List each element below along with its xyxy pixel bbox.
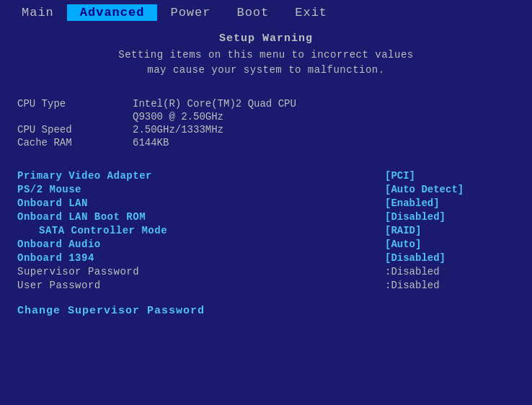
cpu-speed-row: CPU Speed 2.50GHz/1333MHz (17, 124, 515, 135)
cache-ram-row: Cache RAM 6144KB (17, 137, 515, 148)
cpu-speed-value: 2.50GHz/1333MHz (133, 124, 223, 135)
cpu-type-label: CPU Type (17, 98, 133, 110)
setting-value-onboard-1394: [Disabled] (385, 252, 515, 264)
menu-item-power[interactable]: Power (157, 4, 223, 21)
setting-label-onboard-audio: Onboard Audio (17, 239, 385, 250)
menu-item-advanced[interactable]: Advanced (67, 4, 158, 21)
menu-item-boot[interactable]: Boot (223, 4, 282, 21)
setting-row-user-password[interactable]: User Password:Disabled (17, 280, 515, 291)
setting-value-onboard-audio: [Auto] (385, 239, 515, 250)
warning-text: Setting items on this menu to incorrect … (17, 48, 515, 78)
setting-label-onboard-1394: Onboard 1394 (17, 252, 385, 264)
setting-label-primary-video: Primary Video Adapter (17, 170, 385, 182)
setting-row-ps2-mouse[interactable]: PS/2 Mouse[Auto Detect] (17, 184, 515, 195)
setting-label-ps2-mouse: PS/2 Mouse (17, 184, 385, 195)
setting-value-ps2-mouse: [Auto Detect] (385, 184, 515, 195)
setting-label-user-password: User Password (17, 280, 385, 291)
setting-value-supervisor-password: :Disabled (385, 266, 515, 277)
setting-row-sata-controller[interactable]: SATA Controller Mode[RAID] (17, 225, 515, 236)
warning-line2: may cause your system to malfunction. (147, 64, 384, 76)
cpu-type-row2: Q9300 @ 2.50GHz (17, 111, 515, 123)
setting-row-primary-video[interactable]: Primary Video Adapter[PCI] (17, 170, 515, 182)
cache-ram-value: 6144KB (133, 137, 169, 148)
warning-section: Setup Warning Setting items on this menu… (17, 32, 515, 78)
setting-row-onboard-audio[interactable]: Onboard Audio[Auto] (17, 239, 515, 250)
menu-bar: Main Advanced Power Boot Exit (0, 0, 532, 25)
setting-label-onboard-lan-boot: Onboard LAN Boot ROM (17, 211, 385, 223)
setting-value-onboard-lan: [Enabled] (385, 197, 515, 209)
bios-screen: Main Advanced Power Boot Exit Setup Warn… (0, 0, 532, 405)
setting-row-onboard-lan-boot[interactable]: Onboard LAN Boot ROM[Disabled] (17, 211, 515, 223)
warning-line1: Setting items on this menu to incorrect … (118, 49, 413, 61)
setting-value-primary-video: [PCI] (385, 170, 515, 182)
setting-value-user-password: :Disabled (385, 280, 515, 291)
setting-label-supervisor-password: Supervisor Password (17, 266, 385, 277)
setting-label-sata-controller: SATA Controller Mode (17, 225, 385, 236)
cpu-type-value2: Q9300 @ 2.50GHz (133, 111, 223, 123)
setting-value-onboard-lan-boot: [Disabled] (385, 211, 515, 223)
cpu-type-row: CPU Type Intel(R) Core(TM)2 Quad CPU (17, 98, 515, 110)
cpu-type-value: Intel(R) Core(TM)2 Quad CPU (133, 98, 296, 110)
setting-value-sata-controller: [RAID] (385, 225, 515, 236)
cpu-speed-label: CPU Speed (17, 124, 133, 135)
setting-row-onboard-1394[interactable]: Onboard 1394[Disabled] (17, 252, 515, 264)
change-password-section: Change Supervisor Password (17, 304, 515, 317)
cache-ram-label: Cache RAM (17, 137, 133, 148)
change-supervisor-password-button[interactable]: Change Supervisor Password (17, 305, 205, 317)
setting-label-onboard-lan: Onboard LAN (17, 197, 385, 209)
setting-row-onboard-lan[interactable]: Onboard LAN[Enabled] (17, 197, 515, 209)
menu-item-exit[interactable]: Exit (282, 4, 340, 21)
settings-section: Primary Video Adapter[PCI]PS/2 Mouse[Aut… (17, 170, 515, 293)
menu-item-main[interactable]: Main (9, 4, 67, 21)
setting-row-supervisor-password[interactable]: Supervisor Password:Disabled (17, 266, 515, 277)
warning-title: Setup Warning (17, 32, 515, 45)
cpu-section: CPU Type Intel(R) Core(TM)2 Quad CPU Q93… (17, 98, 515, 150)
content-area: Setup Warning Setting items on this menu… (0, 25, 532, 405)
